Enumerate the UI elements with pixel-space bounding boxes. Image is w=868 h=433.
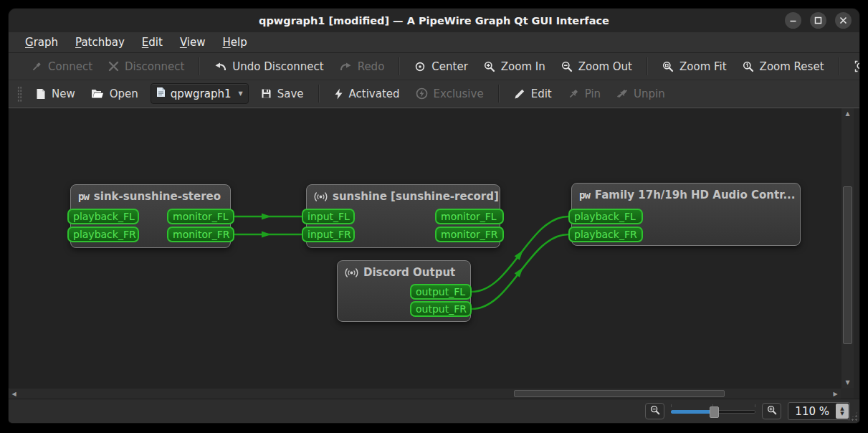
port-monitor-fl[interactable]: monitor_FL (435, 209, 504, 224)
save-button[interactable]: Save (253, 84, 312, 104)
port-input-fl[interactable]: input_FL (302, 209, 355, 224)
undo-icon (214, 61, 226, 72)
pin-label: Pin (585, 87, 601, 100)
port-playback-fl[interactable]: playback_FL (568, 209, 643, 224)
zoom-reset-label: Zoom Reset (760, 60, 824, 73)
window-controls (785, 12, 852, 29)
scroll-down-icon[interactable]: ▼ (841, 377, 854, 388)
new-label: New (52, 87, 75, 100)
undo-disconnect-button[interactable]: Undo Disconnect (206, 57, 331, 77)
unpin-icon (616, 88, 628, 100)
port-playback-fl[interactable]: playback_FL (67, 209, 139, 224)
unpin-label: Unpin (634, 87, 665, 100)
window-title: qpwgraph1 [modified] — A PipeWire Graph … (259, 15, 609, 27)
zoom-in-icon (484, 61, 495, 72)
patchbay-file-combo[interactable]: qpwgraph1 ▼ (151, 83, 249, 104)
horizontal-scroll-thumb[interactable] (514, 390, 725, 397)
spin-down-icon[interactable]: ▼ (840, 411, 844, 416)
zoom-in-label: Zoom In (501, 60, 545, 73)
node-title: pw sink-sunshine-stereo (71, 185, 230, 203)
toolbar-separator (498, 85, 500, 103)
center-button[interactable]: Center (406, 57, 476, 77)
disconnect-label: Disconnect (125, 60, 184, 73)
zoom-out-button[interactable]: Zoom Out (553, 57, 640, 77)
statusbar-zoom-in-button[interactable] (762, 403, 781, 419)
zoom-out-icon (650, 404, 660, 418)
zoom-in-icon (767, 404, 777, 418)
pipewire-icon: pw (78, 191, 89, 202)
zoom-out-label: Zoom Out (578, 60, 632, 73)
pencil-icon (514, 88, 525, 100)
port-playback-fr[interactable]: playback_FR (568, 227, 643, 242)
maximize-button[interactable] (810, 12, 826, 29)
zoom-slider[interactable] (671, 405, 755, 418)
scrollbar-corner (841, 388, 854, 399)
port-playback-fr[interactable]: playback_FR (67, 227, 139, 242)
close-button[interactable] (835, 12, 852, 29)
redo-button[interactable]: Redo (332, 57, 393, 77)
save-label: Save (277, 87, 304, 100)
open-folder-icon (91, 88, 104, 99)
circled-lightning-icon (416, 87, 428, 100)
toolbar-separator (839, 57, 840, 75)
zoom-slider-handle[interactable] (710, 406, 719, 418)
patchbay-file-icon (156, 87, 166, 100)
menu-help[interactable]: Help (216, 34, 253, 51)
unpin-button[interactable]: Unpin (609, 84, 673, 104)
toolbar-drag-handle[interactable] (17, 86, 22, 102)
toolbar-main: Connect Disconnect Undo Disconnect Redo … (9, 53, 859, 80)
port-output-fl[interactable]: output_FL (410, 284, 472, 300)
port-monitor-fl[interactable]: monitor_FL (167, 209, 234, 224)
wire-arrow (262, 232, 271, 238)
disconnect-icon (108, 61, 119, 72)
new-button[interactable]: New (28, 84, 83, 104)
port-input-fr[interactable]: input_FR (302, 227, 355, 242)
new-file-icon (36, 88, 46, 100)
spinbox-buttons[interactable]: ▲ ▼ (836, 404, 849, 419)
menu-patchbay[interactable]: Patchbay (69, 34, 131, 51)
zoom-reset-icon (743, 61, 754, 72)
toolbar-separator (647, 57, 648, 75)
edit-button[interactable]: Edit (506, 84, 560, 104)
zoom-fit-button[interactable]: Zoom Fit (654, 57, 735, 77)
statusbar-zoom-out-button[interactable] (645, 403, 664, 419)
zoom-range-button[interactable]: Zoom Range (846, 57, 859, 77)
menu-graph[interactable]: Graph (19, 34, 65, 51)
pipewire-icon: pw (579, 189, 590, 201)
connect-icon (31, 61, 42, 72)
vertical-scrollbar[interactable]: ▲ ▼ (841, 108, 854, 388)
titlebar[interactable]: qpwgraph1 [modified] — A PipeWire Graph … (9, 9, 859, 32)
port-monitor-fr[interactable]: monitor_FR (435, 227, 504, 242)
exclusive-button[interactable]: Exclusive (408, 84, 492, 104)
zoom-percent-value: 110 % (795, 405, 829, 418)
node-title: Discord Output (338, 261, 470, 279)
undo-disconnect-label: Undo Disconnect (232, 60, 323, 73)
lightning-icon (334, 88, 343, 100)
zoom-percent-spinbox[interactable]: 110 % ▲ ▼ (788, 402, 850, 420)
maximize-icon (814, 16, 822, 24)
menu-edit[interactable]: Edit (135, 34, 169, 51)
vertical-scroll-thumb[interactable] (843, 186, 852, 344)
app-window: qpwgraph1 [modified] — A PipeWire Graph … (9, 9, 859, 423)
horizontal-scrollbar[interactable]: ◀ ▶ (9, 388, 841, 399)
scroll-right-icon[interactable]: ▶ (830, 389, 841, 399)
scroll-up-icon[interactable]: ▲ (841, 108, 854, 119)
open-button[interactable]: Open (83, 84, 146, 104)
node-title-text: Family 17h/19h HD Audio Contr... (595, 189, 796, 201)
scroll-left-icon[interactable]: ◀ (9, 389, 19, 399)
port-output-fr[interactable]: output_FR (410, 301, 472, 317)
zoom-in-button[interactable]: Zoom In (476, 57, 553, 77)
menu-view[interactable]: View (173, 34, 212, 51)
exclusive-label: Exclusive (434, 87, 484, 100)
disconnect-button[interactable]: Disconnect (100, 57, 192, 77)
graph-viewport: pw sink-sunshine-stereo playback_FL play… (9, 108, 859, 399)
zoom-slider-fill (671, 410, 714, 414)
graph-canvas[interactable]: pw sink-sunshine-stereo playback_FL play… (9, 108, 841, 388)
zoom-reset-button[interactable]: Zoom Reset (735, 57, 832, 77)
connect-button[interactable]: Connect (23, 57, 100, 77)
port-monitor-fr[interactable]: monitor_FR (167, 227, 234, 242)
activated-button[interactable]: Activated (326, 84, 408, 104)
chevron-down-icon: ▼ (239, 90, 243, 97)
pin-button[interactable]: Pin (560, 84, 609, 104)
minimize-button[interactable] (785, 12, 801, 29)
